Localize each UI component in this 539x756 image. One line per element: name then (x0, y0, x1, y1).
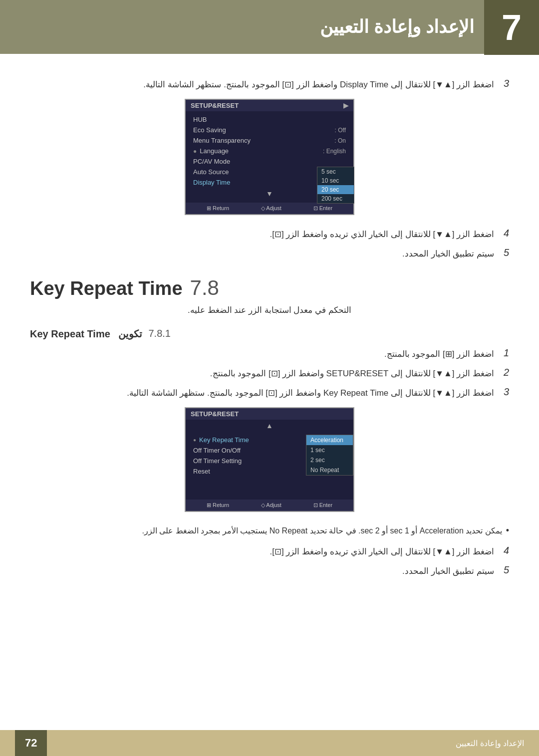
chapter-number: 7 (502, 9, 522, 45)
footer-adjust-1: ◇ Adjust (261, 205, 281, 212)
step-781-4-row: 4 اضغط الزر [▲▼] للانتقال إلى الخيار الذ… (30, 545, 509, 558)
step-781-3-number: 3 (494, 386, 509, 398)
step-781-3-text: اضغط الزر [▲▼] للانتقال إلى Key Repeat T… (127, 386, 494, 400)
step-781-1-number: 1 (494, 347, 509, 359)
step-3-number: 3 (494, 78, 509, 89)
footer-enter-1: ⊡ Enter (313, 205, 332, 212)
chapter-badge: 7 (484, 0, 539, 55)
dropdown-item-20sec: 20 sec (317, 185, 354, 194)
dropdown2-norepeat: No Repeat (306, 465, 353, 475)
monitor-2: SETUP&RESET ▲ ● Key Repeat Time Accelera… (185, 407, 354, 512)
section-78-number: 7.8 (190, 276, 219, 300)
step-781-1-text: اضغط الزر [⊞] الموجود بالمنتج. (384, 347, 494, 361)
dropdown2-2sec: 2 sec (306, 455, 353, 465)
section-78-desc: التحكم في معدل استجابة الزر عند الضغط عل… (30, 305, 509, 315)
step-3-text: اضغط الزر [▲▼] للانتقال إلى Display Time… (143, 78, 494, 91)
dropdown-item-10sec: 10 sec (317, 176, 354, 185)
menu-item-transparency: Menu Transparency : On (186, 135, 353, 146)
step-781-4-text: اضغط الزر [▲▼] للانتقال إلى الخيار الذي … (270, 545, 495, 558)
step-781-5-number: 5 (494, 564, 509, 576)
monitor-1: SETUP&RESET ▶ HUB Eco Saving : Off Menu … (185, 99, 354, 215)
footer-return-1: ⊞ Return (207, 205, 229, 212)
menu2-item-keyrepeat: ● Key Repeat Time Acceleration 1 sec 2 s… (186, 435, 353, 445)
menu-item-hub: HUB (186, 114, 353, 125)
subsection-781-number: 7.8.1 (148, 328, 170, 339)
step-781-5-row: 5 سيتم تطبيق الخيار المحدد. (30, 564, 509, 578)
dropdown-item-200sec: 200 sec (317, 194, 354, 203)
step-781-2-number: 2 (494, 367, 509, 378)
step-781-3-row: 3 اضغط الزر [▲▼] للانتقال إلى Key Repeat… (30, 386, 509, 400)
subsection-781-heading: 7.8.1 تكوين Key Repeat Time (30, 328, 509, 340)
dropdown2-1sec: 1 sec (306, 445, 353, 455)
step-5-text: سيتم تطبيق الخيار المحدد. (402, 247, 494, 260)
monitor-2-title: SETUP&RESET (186, 408, 353, 420)
step-4-number: 4 (494, 228, 509, 239)
section-78-heading: 7.8 Key Repeat Time (30, 276, 509, 300)
step-4-row: 4 اضغط الزر [▲▼] للانتقال إلى الخيار الذ… (30, 228, 509, 241)
top-header: الإعداد وإعادة التعيين 7 (0, 0, 539, 54)
step-4-text: اضغط الزر [▲▼] للانتقال إلى الخيار الذي … (270, 228, 495, 241)
bullet-dot: • (506, 525, 509, 536)
monitor-1-container: SETUP&RESET ▶ HUB Eco Saving : Off Menu … (30, 99, 509, 215)
dropdown-2: Acceleration 1 sec 2 sec No Repeat (306, 435, 353, 476)
footer-enter-2: ⊡ Enter (313, 502, 332, 508)
step-781-1-row: 1 اضغط الزر [⊞] الموجود بالمنتج. (30, 347, 509, 361)
main-content: 3 اضغط الزر [▲▼] للانتقال إلى Display Ti… (0, 54, 539, 664)
step-3-row: 3 اضغط الزر [▲▼] للانتقال إلى Display Ti… (30, 78, 509, 91)
monitor-2-footer: ⊞ Return ◇ Adjust ⊡ Enter (186, 500, 353, 511)
monitor-2-menu: ● Key Repeat Time Acceleration 1 sec 2 s… (186, 432, 353, 500)
step-781-4-number: 4 (494, 545, 509, 556)
footer-return-2: ⊞ Return (207, 502, 229, 508)
step-781-2-row: 2 اضغط الزر [▲▼] للانتقال إلى SETUP&RESE… (30, 367, 509, 380)
footer-bar: الإعداد وإعادة التعيين 72 (0, 730, 539, 756)
step-781-2-text: اضغط الزر [▲▼] للانتقال إلى SETUP&RESET … (210, 367, 494, 380)
step-781-5-text: سيتم تطبيق الخيار المحدد. (402, 564, 494, 578)
menu-item-eco: Eco Saving : Off (186, 125, 353, 135)
arrow-up-icon: ▲ (266, 422, 273, 430)
subsection-781-title-ar: تكوين Key Repeat Time (30, 328, 142, 340)
footer-adjust-2: ◇ Adjust (261, 502, 281, 508)
step-5-number: 5 (494, 247, 509, 258)
footer-page: 72 (15, 730, 47, 756)
dropdown2-acceleration: Acceleration (306, 435, 353, 445)
monitor-1-footer: ⊞ Return ◇ Adjust ⊡ Enter (186, 203, 353, 214)
header-title: الإعداد وإعادة التعيين (320, 16, 474, 37)
menu-item-pcav: PC/AV Mode (186, 156, 353, 167)
step-5-row: 5 سيتم تطبيق الخيار المحدد. (30, 247, 509, 260)
monitor-1-title: SETUP&RESET ▶ (186, 100, 353, 111)
footer-text: الإعداد وإعادة التعيين (456, 739, 524, 748)
dropdown-item-5sec: 5 sec (317, 167, 354, 176)
menu-item-autosource: Auto Source 5 sec 10 sec 20 sec 200 sec (186, 167, 353, 177)
bullet-note-text: يمكن تحديد Acceleration أو 1 sec أو 2 se… (142, 524, 502, 537)
monitor-1-arrow: ▶ (343, 102, 348, 109)
dropdown-1: 5 sec 10 sec 20 sec 200 sec (317, 167, 354, 204)
monitor-2-container: SETUP&RESET ▲ ● Key Repeat Time Accelera… (30, 407, 509, 512)
menu-item-language: ● Language : English (186, 146, 353, 156)
bullet-note: • يمكن تحديد Acceleration أو 1 sec أو 2 … (30, 524, 509, 537)
monitor-1-menu: HUB Eco Saving : Off Menu Transparency :… (186, 111, 353, 203)
section-78-title: Key Repeat Time (30, 278, 183, 299)
